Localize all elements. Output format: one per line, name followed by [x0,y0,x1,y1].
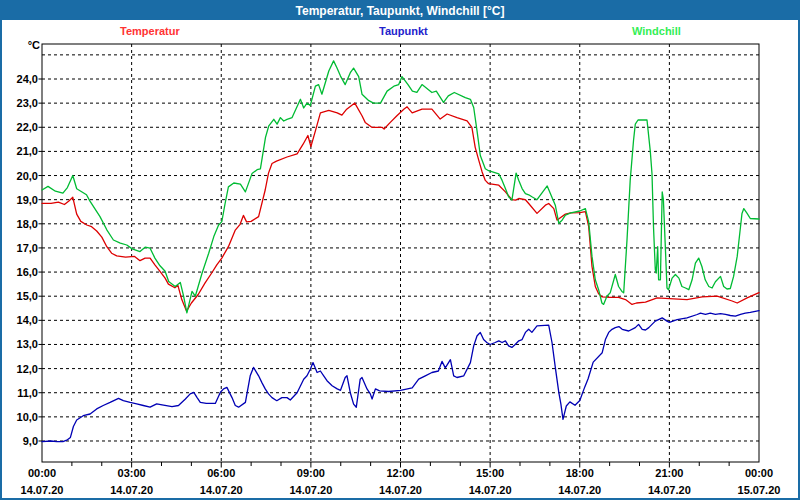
x-tick-date-18h: 14.07.20 [558,484,601,496]
x-tick-time-15h: 15:00 [476,467,504,479]
y-tick-label-22: 22,0 [17,121,38,133]
y-tick-label-14: 14,0 [17,314,38,326]
y-tick-label-21: 21,0 [17,145,38,157]
x-tick-date-3h: 14.07.20 [110,484,153,496]
legend-item-taupunkt: Taupunkt [379,25,428,37]
x-tick-date-24h: 15.07.20 [738,484,781,496]
y-tick-label-16: 16,0 [17,266,38,278]
y-tick-label-15: 15,0 [17,290,38,302]
x-tick-time-0h: 00:00 [28,467,56,479]
x-tick-time-6h: 06:00 [207,467,235,479]
y-tick-label-11: 11,0 [17,387,38,399]
y-tick-label-18: 18,0 [17,218,38,230]
x-tick-date-15h: 14.07.20 [469,484,512,496]
x-tick-time-24h: 00:00 [745,467,773,479]
y-tick-label-19: 19,0 [17,194,38,206]
x-tick-time-12h: 12:00 [386,467,414,479]
legend-item-temperatur: Temperatur [120,25,180,37]
legend-item-windchill: Windchill [632,25,681,37]
chart-title: Temperatur, Taupunkt, Windchill [°C] [296,4,505,18]
x-tick-time-9h: 09:00 [297,467,325,479]
x-tick-time-3h: 03:00 [118,467,146,479]
x-tick-date-12h: 14.07.20 [379,484,422,496]
y-tick-label-12: 12,0 [17,363,38,375]
y-tick-label-23: 23,0 [17,97,38,109]
x-tick-date-9h: 14.07.20 [289,484,332,496]
chart-plot: 24,023,022,021,020,019,018,017,016,015,0… [2,2,800,500]
y-tick-label-13: 13,0 [17,338,38,350]
title-bar: Temperatur, Taupunkt, Windchill [°C] [2,2,798,20]
chart-window: 24,023,022,021,020,019,018,017,016,015,0… [0,0,800,500]
y-tick-label-9: 9,0 [23,435,38,447]
y-axis-unit-label: °C [2,39,40,51]
x-tick-date-0h: 14.07.20 [21,484,64,496]
y-tick-label-20: 20,0 [17,170,38,182]
x-tick-date-6h: 14.07.20 [200,484,243,496]
x-tick-time-18h: 18:00 [566,467,594,479]
y-tick-label-17: 17,0 [17,242,38,254]
y-tick-label-10: 10,0 [17,411,38,423]
x-tick-date-21h: 14.07.20 [648,484,691,496]
x-tick-time-21h: 21:00 [655,467,683,479]
y-tick-label-24: 24,0 [17,73,38,85]
